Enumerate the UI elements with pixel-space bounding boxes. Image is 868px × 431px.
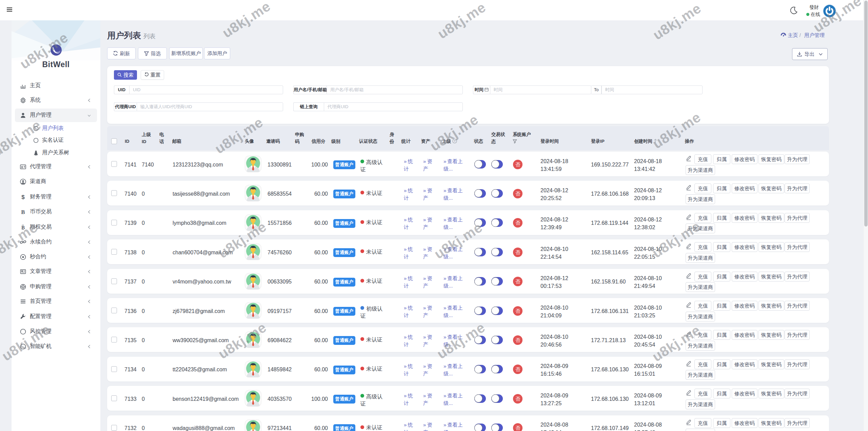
svg-text:B: B [21, 209, 25, 215]
svg-text:B: B [21, 224, 25, 230]
svg-text:$: $ [21, 194, 25, 200]
svg-text:?: ? [454, 139, 455, 143]
